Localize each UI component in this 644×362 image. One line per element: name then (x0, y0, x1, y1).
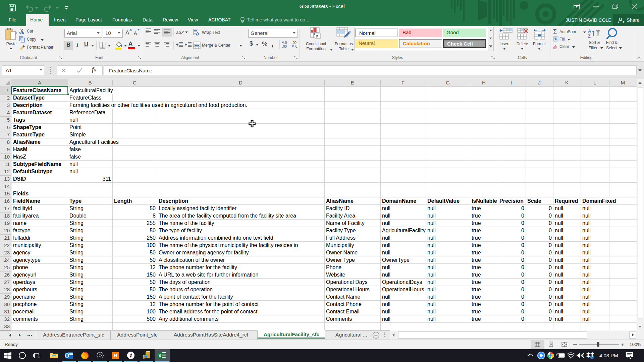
svg-text:.0: .0 (294, 45, 298, 48)
svg-text:.00: .00 (282, 45, 287, 48)
svg-text:X: X (158, 353, 161, 358)
svg-text:.00: .00 (292, 41, 297, 45)
svg-text:.0: .0 (284, 41, 287, 45)
svg-text:Z: Z (588, 34, 591, 39)
svg-text:≠: ≠ (316, 34, 318, 39)
svg-text:ab: ab (176, 30, 181, 35)
svg-text:A: A (588, 28, 591, 34)
